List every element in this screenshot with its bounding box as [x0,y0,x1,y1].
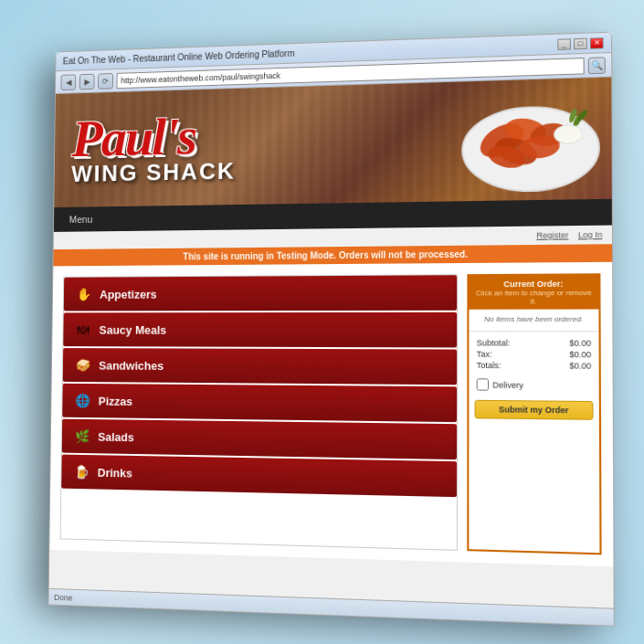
menu-item-sandwiches[interactable]: 🥪 Sandwiches [62,348,456,385]
main-content: ✋ Appetizers 🍽 Saucy Meals 🥪 Sandwiches … [49,261,613,566]
menu-item-pizzas[interactable]: 🌐 Pizzas [62,383,457,421]
menu-item-saucy-meals[interactable]: 🍽 Saucy Meals [63,311,457,347]
status-text: Done [54,592,72,602]
minimize-button[interactable]: _ [557,37,571,49]
delivery-checkbox[interactable] [476,378,488,390]
order-tax-row: Tax: $0.00 [476,348,591,360]
submit-order-button[interactable]: Submit my Order [474,399,593,419]
order-header: Current Order: Click an item to change o… [469,275,598,309]
menu-item-salads[interactable]: 🌿 Salads [61,418,456,459]
pizzas-icon: 🌐 [72,390,91,410]
appetizers-label: Appetizers [99,287,156,301]
forward-button[interactable]: ▶ [79,73,94,90]
sandwiches-label: Sandwiches [99,358,164,372]
refresh-button[interactable]: ⟳ [98,72,113,89]
website-content: Paul's WING SHACK [48,77,613,607]
subtotal-label: Subtotal: [476,338,510,347]
menu-item-appetizers[interactable]: ✋ Appetizers [63,275,456,311]
food-image [440,77,611,201]
order-divider-1 [469,331,598,332]
hero-banner: Paul's WING SHACK [54,77,612,207]
saucy-meals-icon: 🍽 [73,320,92,339]
sandwiches-icon: 🥪 [73,354,92,374]
pizzas-label: Pizzas [98,394,132,407]
total-value: $0.00 [569,361,591,370]
delivery-label: Delivery [492,379,523,389]
order-no-items: No Items have been ordered. [469,309,598,329]
back-button[interactable]: ◀ [60,73,76,90]
order-totals: Subtotal: $0.00 Tax: $0.00 Totals: $0.00 [469,333,598,375]
order-subtotal-row: Subtotal: $0.00 [476,337,590,349]
drinks-label: Drinks [97,465,132,479]
order-total-row: Totals: $0.00 [476,359,591,371]
search-icon[interactable]: 🔍 [587,56,605,73]
salads-label: Salads [98,429,134,443]
subtotal-value: $0.00 [569,338,591,347]
menu-item-drinks[interactable]: 🍺 Drinks [61,454,457,497]
order-panel: Current Order: Click an item to change o… [467,273,601,554]
drinks-icon: 🍺 [71,461,90,481]
delivery-row: Delivery [469,375,598,396]
logo-area: Paul's WING SHACK [54,93,441,196]
browser-window: Eat On The Web - Restaurant Online Web O… [48,31,614,618]
login-link[interactable]: Log In [577,229,601,239]
saucy-meals-label: Saucy Meals [99,322,166,336]
close-button[interactable]: ✕ [589,37,603,48]
register-link[interactable]: Register [536,230,568,240]
nav-menu-link[interactable]: Menu [62,214,99,225]
order-subtitle: Click an item to change or remove it. [472,288,595,305]
tax-value: $0.00 [569,349,591,358]
maximize-button[interactable]: □ [574,37,587,49]
window-controls: _ □ ✕ [557,37,603,49]
menu-list: ✋ Appetizers 🍽 Saucy Meals 🥪 Sandwiches … [59,274,458,551]
appetizers-icon: ✋ [73,284,92,303]
total-label: Totals: [476,360,501,369]
salads-icon: 🌿 [72,426,91,446]
tax-label: Tax: [476,349,491,358]
browser-chrome: Eat On The Web - Restaurant Online Web O… [48,31,614,626]
window-title: Eat On The Web - Restaurant Online Web O… [62,48,294,65]
order-title: Current Order: [472,279,595,289]
wings-illustration [445,81,607,196]
